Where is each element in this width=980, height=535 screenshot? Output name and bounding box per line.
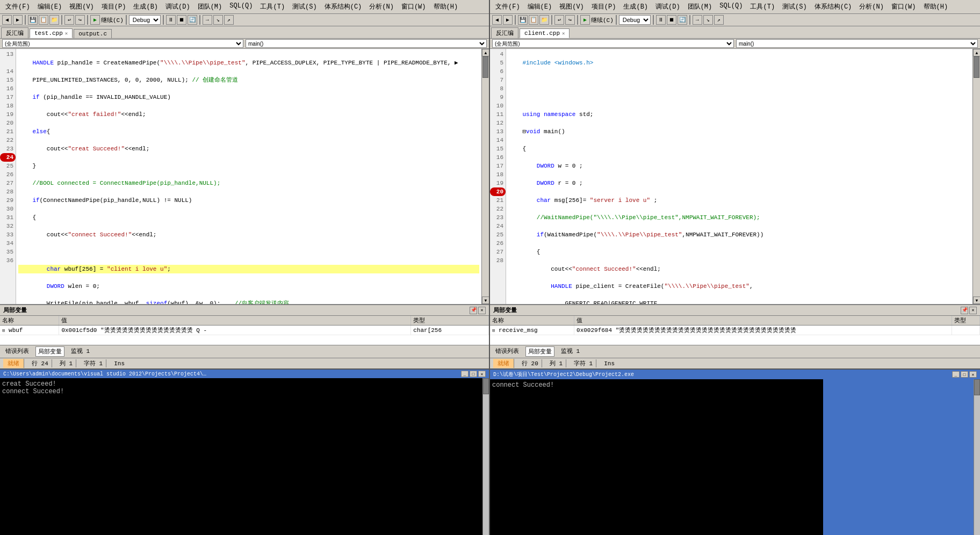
right-code-scrollbar[interactable]: ▲ ▼: [972, 49, 980, 304]
left-console-body[interactable]: creat Succeed! connect Succeed!: [0, 378, 482, 535]
left-locals-close-btn[interactable]: ✕: [478, 307, 486, 314]
left-menu-file[interactable]: 文件(F): [2, 1, 33, 12]
right-error-tab-watch[interactable]: 监视 1: [559, 346, 582, 357]
right-console-scroll-thumb[interactable]: [974, 379, 980, 395]
right-error-tab-locals[interactable]: 局部变量: [525, 346, 554, 357]
right-toolbar-debug-select[interactable]: Debug: [619, 15, 651, 25]
left-menu-arch[interactable]: 体系结构(C): [321, 1, 365, 12]
left-code-scrollbar[interactable]: ▲ ▼: [481, 49, 489, 304]
toolbar-save-btn[interactable]: 💾: [28, 15, 38, 25]
left-console-scrollbar[interactable]: [482, 378, 489, 535]
left-scroll-thumb[interactable]: [482, 56, 488, 78]
right-menu-edit[interactable]: 编辑(E): [524, 1, 556, 12]
left-locals-pin-btn[interactable]: 📌: [470, 307, 477, 314]
right-toolbar-pause-btn[interactable]: ⏸: [656, 15, 666, 25]
left-console-min-btn[interactable]: _: [461, 371, 469, 377]
right-locals-pin-btn[interactable]: 📌: [961, 307, 968, 314]
left-menu-team[interactable]: 团队(M): [194, 1, 226, 12]
right-console-scrollbar[interactable]: [974, 379, 980, 535]
toolbar-continue-btn[interactable]: ▶: [90, 15, 100, 25]
right-menu-project[interactable]: 项目(P): [588, 1, 619, 12]
left-tab-outputc[interactable]: output.c: [74, 29, 112, 38]
right-toolbar-stepin-btn[interactable]: ↘: [703, 15, 713, 25]
right-tab-disasm[interactable]: 反汇编: [491, 27, 518, 38]
right-tab-clientcpp-close[interactable]: ✕: [562, 31, 565, 37]
left-console-max-btn[interactable]: □: [470, 371, 477, 377]
toolbar-restart-btn[interactable]: 🔄: [188, 15, 197, 25]
right-scroll-track[interactable]: [973, 56, 980, 297]
right-toolbar-redo-btn[interactable]: ↪: [565, 15, 575, 25]
right-scroll-up[interactable]: ▲: [973, 49, 980, 56]
right-toolbar-stepover-btn[interactable]: →: [693, 15, 702, 25]
right-menu-sql[interactable]: SQL(Q): [716, 1, 746, 12]
left-tab-testcpp[interactable]: test.cpp ✕: [30, 28, 73, 38]
left-menu-sql[interactable]: SQL(Q): [226, 1, 256, 12]
right-code-content[interactable]: #include <windows.h> using namespace std…: [506, 49, 972, 304]
right-menu-help[interactable]: 帮助(H): [920, 1, 952, 12]
right-toolbar-back-btn[interactable]: ◀: [492, 15, 502, 25]
toolbar-fwd-btn[interactable]: ▶: [13, 15, 23, 25]
left-scroll-track[interactable]: [482, 56, 489, 297]
right-toolbar-save2-btn[interactable]: 📋: [529, 15, 538, 25]
left-error-tab-locals[interactable]: 局部变量: [35, 346, 64, 357]
toolbar-stop-btn[interactable]: ⏹: [177, 15, 186, 25]
right-menu-arch[interactable]: 体系结构(C): [811, 1, 855, 12]
right-toolbar-restart-btn[interactable]: 🔄: [678, 15, 687, 25]
right-toolbar-stop-btn[interactable]: ⏹: [667, 15, 676, 25]
right-toolbar-open-btn[interactable]: 📁: [539, 15, 549, 25]
toolbar-stepin-btn[interactable]: ↘: [213, 15, 223, 25]
right-scroll-thumb[interactable]: [974, 56, 979, 78]
right-menu-file[interactable]: 文件(F): [492, 1, 523, 12]
left-error-tab-errors[interactable]: 错误列表: [3, 346, 31, 357]
right-scope-left[interactable]: (全局范围): [492, 39, 734, 48]
right-tab-clientcpp[interactable]: client.cpp ✕: [520, 28, 570, 38]
toolbar-pause-btn[interactable]: ⏸: [166, 15, 176, 25]
left-scroll-down[interactable]: ▼: [482, 297, 489, 304]
right-locals-close-btn[interactable]: ✕: [969, 307, 977, 314]
left-menu-window[interactable]: 窗口(W): [398, 1, 429, 12]
left-menu-edit[interactable]: 编辑(E): [34, 1, 66, 12]
right-scope-right[interactable]: main(): [736, 39, 978, 48]
left-menu-build[interactable]: 生成(B): [130, 1, 161, 12]
right-console-body[interactable]: connect Succeed!: [490, 379, 823, 535]
right-console-max-btn[interactable]: □: [961, 371, 968, 378]
toolbar-open-btn[interactable]: 📁: [49, 15, 59, 25]
right-menu-analyze[interactable]: 分析(N): [856, 1, 887, 12]
right-toolbar-fwd-btn[interactable]: ▶: [503, 15, 513, 25]
toolbar-undo-btn[interactable]: ↩: [64, 15, 74, 25]
left-code-content[interactable]: HANDLE pip_handle = CreateNamedPipe("\\\…: [16, 49, 481, 304]
right-console-min-btn[interactable]: _: [952, 371, 960, 378]
right-scroll-down[interactable]: ▼: [973, 297, 980, 304]
left-menu-debug[interactable]: 调试(D): [162, 1, 193, 12]
left-console-close-btn[interactable]: ✕: [478, 371, 486, 377]
toolbar-debug-select[interactable]: Debug: [129, 15, 161, 25]
right-toolbar-undo-btn[interactable]: ↩: [554, 15, 564, 25]
right-menu-team[interactable]: 团队(M): [684, 1, 716, 12]
right-menu-view[interactable]: 视图(V): [556, 1, 587, 12]
right-error-tab-errors[interactable]: 错误列表: [493, 346, 521, 357]
left-menu-test[interactable]: 测试(S): [289, 1, 320, 12]
left-scope-left[interactable]: (全局范围): [2, 39, 243, 48]
left-menu-view[interactable]: 视图(V): [66, 1, 97, 12]
left-tab-disasm[interactable]: 反汇编: [1, 27, 28, 38]
left-menu-tools[interactable]: 工具(T): [257, 1, 288, 12]
right-toolbar-continue-btn[interactable]: ▶: [580, 15, 590, 25]
left-error-tab-watch[interactable]: 监视 1: [69, 346, 92, 357]
left-menu-project[interactable]: 项目(P): [98, 1, 129, 12]
right-menu-test[interactable]: 测试(S): [779, 1, 810, 12]
right-toolbar-stepout-btn[interactable]: ↗: [714, 15, 724, 25]
right-toolbar-save-btn[interactable]: 💾: [518, 15, 528, 25]
left-menu-analyze[interactable]: 分析(N): [366, 1, 397, 12]
left-scope-right[interactable]: main(): [246, 39, 487, 48]
toolbar-back-btn[interactable]: ◀: [2, 15, 12, 25]
right-menu-debug[interactable]: 调试(D): [652, 1, 683, 12]
toolbar-redo-btn[interactable]: ↪: [75, 15, 85, 25]
right-menu-tools[interactable]: 工具(T): [747, 1, 778, 12]
toolbar-stepover-btn[interactable]: →: [203, 15, 212, 25]
left-tab-testcpp-close[interactable]: ✕: [65, 31, 68, 37]
left-console-scroll-thumb[interactable]: [483, 378, 489, 394]
right-console-close-btn[interactable]: ✕: [969, 371, 977, 378]
toolbar-save2-btn[interactable]: 📋: [39, 15, 48, 25]
left-menu-help[interactable]: 帮助(H): [430, 1, 462, 12]
toolbar-stepout-btn[interactable]: ↗: [224, 15, 234, 25]
